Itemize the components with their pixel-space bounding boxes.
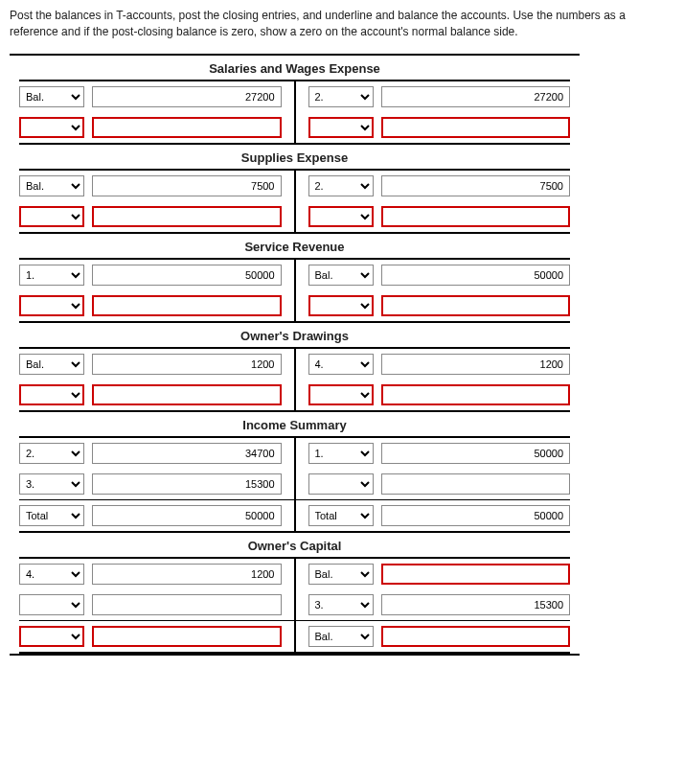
right-ref-select[interactable] bbox=[308, 384, 374, 405]
t-row bbox=[19, 201, 570, 232]
left-amount-input[interactable] bbox=[92, 86, 282, 107]
right-amount-input[interactable] bbox=[381, 626, 571, 647]
right-amount-input[interactable] bbox=[381, 295, 571, 316]
left-ref-select[interactable]: Bal. bbox=[19, 175, 84, 196]
left-ref-select[interactable]: Bal. bbox=[19, 354, 84, 375]
left-amount-input[interactable] bbox=[92, 594, 282, 615]
left-amount-input[interactable] bbox=[92, 505, 282, 526]
right-side bbox=[299, 295, 571, 316]
left-side: Bal. bbox=[19, 354, 291, 375]
account-title: Owner's Drawings bbox=[19, 323, 570, 349]
left-ref-select[interactable] bbox=[19, 626, 84, 647]
right-side: Bal. bbox=[299, 265, 571, 286]
t-rows: 1.Bal. bbox=[10, 260, 580, 321]
right-ref-select[interactable]: Total bbox=[308, 505, 374, 526]
t-row: 1.Bal. bbox=[19, 260, 570, 290]
t-row: Bal.2. bbox=[19, 171, 570, 201]
left-ref-select[interactable] bbox=[19, 295, 84, 316]
right-amount-input[interactable] bbox=[381, 175, 571, 196]
right-amount-input[interactable] bbox=[381, 443, 571, 464]
left-side: Total bbox=[19, 505, 291, 526]
t-rows: 4.Bal.3.Bal. bbox=[10, 559, 580, 652]
left-ref-select[interactable]: 2. bbox=[19, 443, 84, 464]
account-title: Owner's Capital bbox=[19, 533, 570, 559]
right-ref-select[interactable]: 4. bbox=[308, 354, 374, 375]
right-side bbox=[299, 384, 571, 405]
t-account: Supplies ExpenseBal.2. bbox=[10, 145, 580, 234]
instructions-text: Post the balances in T-accounts, post th… bbox=[10, 8, 674, 40]
left-ref-select[interactable] bbox=[19, 117, 84, 138]
right-ref-select[interactable] bbox=[308, 473, 374, 495]
right-amount-input[interactable] bbox=[381, 594, 571, 615]
t-row: Bal.2. bbox=[19, 81, 570, 112]
left-ref-select[interactable]: Bal. bbox=[19, 86, 84, 107]
t-rows: Bal.2. bbox=[10, 81, 580, 143]
account-title: Supplies Expense bbox=[19, 145, 570, 171]
left-side bbox=[19, 626, 291, 647]
right-amount-input[interactable] bbox=[381, 564, 571, 585]
left-side bbox=[19, 117, 291, 138]
right-amount-input[interactable] bbox=[381, 354, 571, 375]
right-amount-input[interactable] bbox=[381, 206, 571, 227]
right-amount-input[interactable] bbox=[381, 384, 571, 405]
left-side: 1. bbox=[19, 265, 291, 286]
right-amount-input[interactable] bbox=[381, 117, 571, 138]
t-account: Salaries and Wages ExpenseBal.2. bbox=[10, 56, 580, 145]
left-amount-input[interactable] bbox=[92, 626, 282, 647]
left-amount-input[interactable] bbox=[92, 295, 282, 316]
t-row: 3. bbox=[19, 469, 570, 499]
right-ref-select[interactable]: 2. bbox=[308, 175, 374, 196]
left-side bbox=[19, 594, 291, 615]
left-ref-select[interactable]: 4. bbox=[19, 564, 84, 585]
account-title: Service Revenue bbox=[19, 234, 570, 260]
right-amount-input[interactable] bbox=[381, 86, 571, 107]
left-amount-input[interactable] bbox=[92, 265, 282, 286]
account-end-rule bbox=[19, 652, 570, 654]
right-ref-select[interactable] bbox=[308, 295, 374, 316]
right-ref-select[interactable]: Bal. bbox=[308, 626, 374, 647]
t-row: 2.1. bbox=[19, 438, 570, 469]
left-side bbox=[19, 206, 291, 227]
left-side: Bal. bbox=[19, 86, 291, 107]
left-amount-input[interactable] bbox=[92, 354, 282, 375]
right-amount-input[interactable] bbox=[381, 473, 571, 495]
t-row: 3. bbox=[19, 589, 570, 620]
t-row: Bal. bbox=[19, 621, 570, 652]
left-amount-input[interactable] bbox=[92, 206, 282, 227]
left-amount-input[interactable] bbox=[92, 117, 282, 138]
t-account: Owner's Capital4.Bal.3.Bal. bbox=[10, 533, 580, 654]
left-ref-select[interactable] bbox=[19, 594, 84, 615]
t-row bbox=[19, 380, 570, 410]
right-ref-select[interactable]: Bal. bbox=[308, 265, 374, 286]
left-ref-select[interactable]: 3. bbox=[19, 473, 84, 495]
right-amount-input[interactable] bbox=[381, 505, 571, 526]
left-amount-input[interactable] bbox=[92, 384, 282, 405]
right-side: 2. bbox=[299, 86, 571, 107]
right-ref-select[interactable]: Bal. bbox=[308, 564, 374, 585]
left-side: Bal. bbox=[19, 175, 291, 196]
right-ref-select[interactable] bbox=[308, 117, 374, 138]
right-ref-select[interactable]: 3. bbox=[308, 594, 374, 615]
t-account: Service Revenue1.Bal. bbox=[10, 234, 580, 323]
t-row: 4.Bal. bbox=[19, 559, 570, 589]
left-amount-input[interactable] bbox=[92, 564, 282, 585]
right-ref-select[interactable] bbox=[308, 206, 374, 227]
t-accounts-container: Salaries and Wages ExpenseBal.2.Supplies… bbox=[10, 54, 580, 656]
right-side: 1. bbox=[299, 443, 571, 464]
left-ref-select[interactable]: 1. bbox=[19, 265, 84, 286]
left-side bbox=[19, 295, 291, 316]
left-ref-select[interactable] bbox=[19, 384, 84, 405]
t-account: Owner's DrawingsBal.4. bbox=[10, 323, 580, 412]
right-ref-select[interactable]: 1. bbox=[308, 443, 374, 464]
t-account: Income Summary2.1.3.TotalTotal bbox=[10, 412, 580, 533]
right-side bbox=[299, 206, 571, 227]
account-title: Income Summary bbox=[19, 412, 570, 438]
left-side: 2. bbox=[19, 443, 291, 464]
right-amount-input[interactable] bbox=[381, 265, 571, 286]
right-ref-select[interactable]: 2. bbox=[308, 86, 374, 107]
left-amount-input[interactable] bbox=[92, 175, 282, 196]
left-ref-select[interactable]: Total bbox=[19, 505, 84, 526]
left-amount-input[interactable] bbox=[92, 473, 282, 495]
left-ref-select[interactable] bbox=[19, 206, 84, 227]
left-amount-input[interactable] bbox=[92, 443, 282, 464]
